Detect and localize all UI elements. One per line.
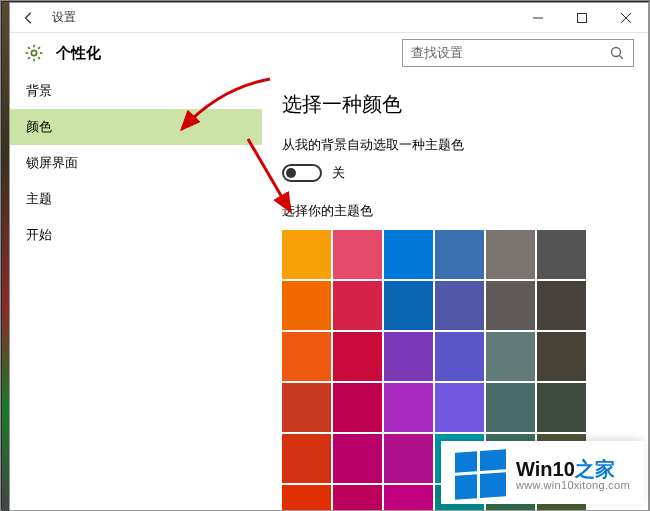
page-title: 个性化 [56,44,101,63]
color-swatch-3-1[interactable] [333,383,382,432]
minimize-button[interactable] [516,3,560,33]
color-swatch-4-1[interactable] [333,434,382,483]
color-swatch-4-2[interactable] [384,434,433,483]
maximize-icon [576,12,588,24]
color-swatch-2-1[interactable] [333,332,382,381]
color-swatch-5-2[interactable] [384,485,433,510]
color-swatch-5-0[interactable] [282,485,331,510]
minimize-icon [532,12,544,24]
watermark-title-a: Win10 [516,458,575,480]
windows-logo-icon [455,449,506,500]
color-swatch-0-4[interactable] [486,230,535,279]
close-button[interactable] [604,3,648,33]
watermark: Win10之家 www.win10xitong.com [441,441,644,504]
arrow-left-icon [22,11,36,25]
color-swatch-0-1[interactable] [333,230,382,279]
color-swatch-3-2[interactable] [384,383,433,432]
titlebar-left: 设置 [10,9,76,27]
toggle-knob [286,168,296,178]
color-swatch-0-5[interactable] [537,230,586,279]
watermark-text: Win10之家 www.win10xitong.com [516,459,630,491]
toggle-state-label: 关 [332,164,345,182]
color-swatch-0-2[interactable] [384,230,433,279]
close-icon [620,12,632,24]
color-swatch-0-3[interactable] [435,230,484,279]
svg-point-11 [612,48,621,57]
svg-line-12 [620,56,624,60]
sidebar-item-0[interactable]: 背景 [10,73,262,109]
sidebar-item-2[interactable]: 锁屏界面 [10,145,262,181]
auto-color-toggle[interactable] [282,164,322,182]
color-swatch-3-5[interactable] [537,383,586,432]
gear-icon [24,43,44,63]
color-swatch-1-5[interactable] [537,281,586,330]
maximize-button[interactable] [560,3,604,33]
svg-line-7 [28,47,30,49]
svg-line-8 [38,57,40,59]
header-left: 个性化 [24,43,101,63]
search-placeholder: 查找设置 [411,44,609,62]
color-swatch-3-3[interactable] [435,383,484,432]
back-button[interactable] [20,9,38,27]
svg-line-10 [38,47,40,49]
color-swatch-2-5[interactable] [537,332,586,381]
color-swatch-2-4[interactable] [486,332,535,381]
pick-color-label: 选择你的主题色 [282,202,628,220]
desktop-strip [2,2,9,511]
watermark-url: www.win10xitong.com [516,479,630,491]
toggle-row: 关 [282,164,628,182]
sidebar-item-1[interactable]: 颜色 [10,109,262,145]
watermark-title-b: 之家 [575,458,615,480]
color-swatch-1-4[interactable] [486,281,535,330]
header-row: 个性化 查找设置 [10,33,648,73]
auto-pick-label: 从我的背景自动选取一种主题色 [282,136,628,154]
color-swatch-2-0[interactable] [282,332,331,381]
color-swatch-3-4[interactable] [486,383,535,432]
sidebar-item-3[interactable]: 主题 [10,181,262,217]
color-swatch-1-0[interactable] [282,281,331,330]
svg-point-2 [31,50,36,55]
window-controls [516,3,648,33]
outer-frame: 设置 [0,0,650,511]
color-swatch-1-2[interactable] [384,281,433,330]
svg-rect-1 [578,13,587,22]
settings-window: 设置 [9,2,649,511]
color-swatch-2-2[interactable] [384,332,433,381]
search-icon [609,45,625,61]
color-swatch-0-0[interactable] [282,230,331,279]
svg-line-9 [28,57,30,59]
titlebar: 设置 [10,3,648,33]
window-title: 设置 [52,9,76,26]
sidebar: 背景颜色锁屏界面主题开始 [10,73,262,510]
search-input[interactable]: 查找设置 [402,39,634,67]
color-swatch-4-0[interactable] [282,434,331,483]
color-swatch-2-3[interactable] [435,332,484,381]
color-swatch-5-1[interactable] [333,485,382,510]
color-swatch-3-0[interactable] [282,383,331,432]
color-swatch-1-1[interactable] [333,281,382,330]
color-swatch-1-3[interactable] [435,281,484,330]
sidebar-item-4[interactable]: 开始 [10,217,262,253]
content-heading: 选择一种颜色 [282,91,628,118]
